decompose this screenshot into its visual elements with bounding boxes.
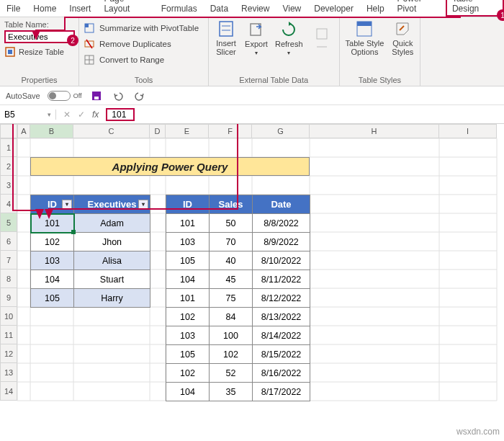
col-header-C[interactable]: C	[73, 124, 150, 138]
col-header-E[interactable]: E	[166, 124, 209, 138]
table-cell[interactable]: 8/17/2022	[253, 383, 310, 401]
table-cell[interactable]: 8/11/2022	[253, 270, 310, 289]
table-cell[interactable]: 102	[166, 308, 210, 326]
table-cell[interactable]: 104	[31, 270, 74, 289]
sales-table[interactable]: IDSalesDate 101508/8/2022103708/9/202210…	[166, 195, 310, 401]
col-header-F[interactable]: F	[209, 124, 252, 138]
table-cell[interactable]: Alisa	[74, 251, 150, 270]
table-cell[interactable]: Harry	[74, 289, 150, 308]
row-header-6[interactable]: 6	[0, 232, 17, 251]
row-header-5[interactable]: 5	[0, 213, 17, 232]
tab-file[interactable]: File	[0, 1, 27, 17]
filter-dropdown-icon[interactable]: ▾	[62, 200, 72, 210]
tab-home[interactable]: Home	[27, 1, 63, 17]
table-cell[interactable]: 8/14/2022	[253, 326, 310, 345]
table-cell[interactable]: 84	[210, 308, 253, 326]
autosave-toggle[interactable]	[48, 91, 71, 101]
tab-power-pivot[interactable]: Power Pivot	[391, 0, 446, 17]
cancel-icon[interactable]: ✕	[63, 110, 71, 120]
table-cell[interactable]: 102	[166, 364, 210, 383]
col-header-A[interactable]: A	[17, 124, 30, 138]
convert-range-button[interactable]: Convert to Range	[84, 52, 204, 68]
tab-insert[interactable]: Insert	[63, 1, 97, 17]
table-cell[interactable]: 8/10/2022	[253, 251, 310, 270]
table-cell[interactable]: 103	[31, 251, 74, 270]
table-cell[interactable]: 8/12/2022	[253, 289, 310, 308]
table-cell[interactable]: 70	[210, 233, 253, 251]
col-header-D[interactable]: D	[150, 124, 166, 138]
tab-data[interactable]: Data	[204, 1, 235, 17]
table-cell[interactable]: Adam	[74, 214, 150, 233]
table-cell[interactable]: 45	[210, 270, 253, 289]
external-more[interactable]	[310, 25, 333, 51]
row-header-2[interactable]: 2	[0, 157, 17, 176]
tab-help[interactable]: Help	[360, 1, 391, 17]
row-header-1[interactable]: 1	[0, 138, 17, 157]
row-header-11[interactable]: 11	[0, 326, 17, 344]
refresh-button[interactable]: Refresh ▾	[275, 21, 303, 56]
row-header-4[interactable]: 4	[0, 195, 17, 213]
table-cell[interactable]: 101	[31, 214, 74, 233]
table-cell[interactable]: 105	[31, 289, 74, 308]
select-all-triangle[interactable]	[0, 124, 17, 138]
row-header-13[interactable]: 13	[0, 363, 17, 382]
table-cell[interactable]: 104	[166, 270, 210, 289]
tab-developer[interactable]: Developer	[307, 1, 360, 17]
undo-button[interactable]	[111, 89, 125, 103]
table-cell[interactable]: 103	[166, 233, 210, 251]
col-header-I[interactable]: I	[439, 124, 497, 138]
row-header-3[interactable]: 3	[0, 176, 17, 195]
table-cell[interactable]: 102	[31, 233, 74, 251]
row-header-12[interactable]: 12	[0, 344, 17, 363]
t1-header-executives[interactable]: Executives▾	[74, 195, 150, 214]
worksheet-grid[interactable]: ABCDEFGHI 1234567891011121314 Applying P…	[0, 124, 504, 138]
row-header-10[interactable]: 10	[0, 307, 17, 326]
table-cell[interactable]: 8/13/2022	[253, 308, 310, 326]
table-cell[interactable]: 100	[210, 326, 253, 345]
table-cell[interactable]: 35	[210, 383, 253, 401]
formula-value[interactable]: 101	[106, 108, 135, 121]
table-cell[interactable]: 101	[166, 214, 210, 233]
remove-duplicates-button[interactable]: Remove Duplicates	[84, 36, 204, 52]
summarize-pivot-button[interactable]: Summarize with PivotTable	[84, 20, 204, 36]
t2-header-date[interactable]: Date	[253, 195, 310, 214]
executives-table[interactable]: ID▾Executives▾ 101Adam102Jhon103Alisa104…	[30, 195, 150, 308]
table-style-options-button[interactable]: Table Style Options	[346, 20, 384, 56]
tab-view[interactable]: View	[276, 1, 307, 17]
table-cell[interactable]: 105	[166, 251, 210, 270]
row-header-14[interactable]: 14	[0, 382, 17, 401]
tab-review[interactable]: Review	[235, 1, 276, 17]
table-cell[interactable]: 50	[210, 214, 253, 233]
tab-table-design[interactable]: Table Design1	[446, 0, 504, 17]
row-header-9[interactable]: 9	[0, 288, 17, 307]
t1-header-id[interactable]: ID▾	[31, 195, 74, 214]
col-header-H[interactable]: H	[310, 124, 439, 138]
insert-slicer-button[interactable]: Insert Slicer	[215, 20, 238, 56]
col-header-G[interactable]: G	[252, 124, 310, 138]
table-cell[interactable]: 101	[166, 289, 210, 308]
enter-icon[interactable]: ✓	[78, 110, 85, 120]
table-cell[interactable]: 105	[166, 345, 210, 364]
quick-styles-button[interactable]: Quick Styles	[391, 20, 414, 56]
fx-icon[interactable]: fx	[92, 110, 99, 120]
table-cell[interactable]: 8/9/2022	[253, 233, 310, 251]
redo-button[interactable]	[132, 89, 147, 103]
table-cell[interactable]: 102	[210, 345, 253, 364]
name-box[interactable]: B5 ▾	[0, 110, 56, 120]
row-header-8[interactable]: 8	[0, 270, 17, 288]
col-header-B[interactable]: B	[30, 124, 73, 138]
tab-page-layout[interactable]: Page Layout	[97, 0, 154, 17]
table-cell[interactable]: 40	[210, 251, 253, 270]
table-cell[interactable]: 52	[210, 364, 253, 383]
t2-header-id[interactable]: ID	[166, 195, 210, 214]
table-cell[interactable]: 104	[166, 383, 210, 401]
table-cell[interactable]: 8/15/2022	[253, 345, 310, 364]
resize-table-button[interactable]: Resize Table	[4, 46, 74, 58]
table-name-input[interactable]: Executives	[4, 30, 75, 43]
tab-formulas[interactable]: Formulas	[155, 1, 204, 17]
row-header-7[interactable]: 7	[0, 251, 17, 270]
export-button[interactable]: Export ▾	[245, 21, 268, 56]
table-cell[interactable]: Jhon	[74, 233, 150, 251]
table-cell[interactable]: 8/8/2022	[253, 214, 310, 233]
table-cell[interactable]: 8/16/2022	[253, 364, 310, 383]
